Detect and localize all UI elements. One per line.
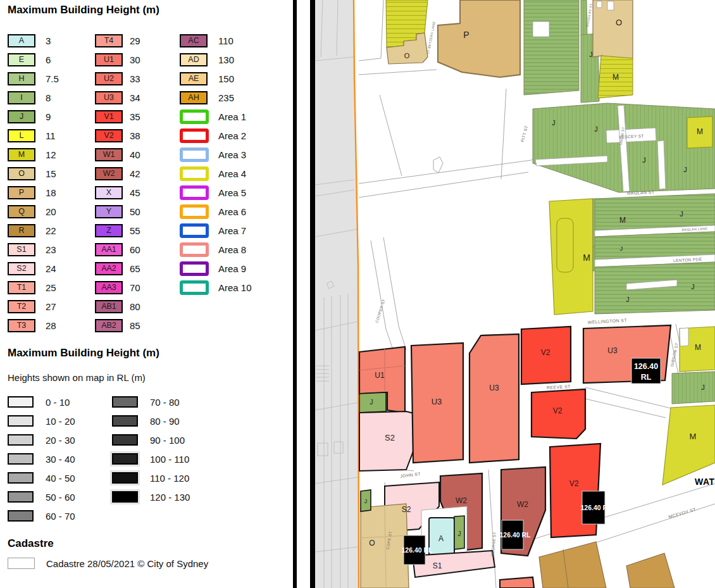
height-code-value: 15 xyxy=(46,168,56,179)
height-code-swatch: W1 xyxy=(95,148,123,161)
rl-height-text: 126.40 RL xyxy=(580,504,612,511)
area-legend-item: Area 2 xyxy=(180,126,252,145)
height-code-value: 65 xyxy=(130,263,140,274)
height-code-item: AA160 xyxy=(95,240,140,259)
map-svg[interactable]: ST BETZERS LANEDOUGLAS STPITT STUNION ST… xyxy=(310,0,715,588)
height-code-swatch: AA1 xyxy=(95,243,123,256)
height-code-swatch: V1 xyxy=(95,110,123,123)
height-code-item: T227 xyxy=(8,297,59,316)
rl-swatch xyxy=(112,491,138,503)
height-code-value: 12 xyxy=(46,149,56,160)
rl-swatch xyxy=(112,434,138,446)
zone-label: M xyxy=(695,343,701,352)
height-code-swatch: V2 xyxy=(95,129,123,142)
rl-range-item: 0 - 10 xyxy=(8,392,75,411)
area-swatch xyxy=(180,280,209,295)
area-label: Area 2 xyxy=(218,130,246,141)
height-code-swatch: M xyxy=(8,148,35,161)
area-label: Area 4 xyxy=(218,168,246,179)
zone-label: M xyxy=(690,432,697,441)
height-code-value: 235 xyxy=(218,92,234,103)
rl-range-label: 70 - 80 xyxy=(150,397,180,408)
height-code-value: 38 xyxy=(130,130,140,141)
rl-swatch xyxy=(8,396,34,408)
height-code-item: AB285 xyxy=(95,316,140,335)
zone-label: P xyxy=(463,30,469,40)
height-code-item: O15 xyxy=(8,164,59,183)
height-code-value: 3 xyxy=(46,35,51,46)
height-code-item: A3 xyxy=(8,31,59,50)
height-code-item: AA370 xyxy=(95,278,140,297)
zone-label: M xyxy=(612,73,619,82)
zone-label: S2 xyxy=(402,505,411,514)
zone-label: J xyxy=(458,530,461,537)
height-code-value: 30 xyxy=(130,54,140,65)
zone-label: J xyxy=(620,246,623,252)
height-code-item: V238 xyxy=(95,126,140,145)
height-code-item: W242 xyxy=(95,164,140,183)
height-code-item: AE150 xyxy=(180,69,252,88)
height-code-value: 130 xyxy=(218,54,234,65)
height-code-value: 27 xyxy=(46,301,56,312)
area-swatch xyxy=(180,128,209,143)
height-code-value: 80 xyxy=(130,301,140,312)
height-code-value: 55 xyxy=(130,225,140,236)
height-code-value: 28 xyxy=(46,320,56,331)
rl-section-subtitle: Heights shown on map in RL (m) xyxy=(8,372,146,383)
rl-range-label: 90 - 100 xyxy=(150,435,185,446)
zone-label: W2 xyxy=(456,496,467,505)
panel-divider xyxy=(293,0,297,588)
height-code-value: 9 xyxy=(46,111,51,122)
height-code-swatch: P xyxy=(8,186,35,199)
legend-panel: Maximum Building Height (m) A3E6H7.5I8J9… xyxy=(0,0,293,588)
zone-label: S1 xyxy=(433,561,442,570)
zone-label: V2 xyxy=(541,348,550,357)
rl-swatch xyxy=(8,415,34,427)
height-code-item: AH235 xyxy=(180,88,252,107)
height-code-value: 45 xyxy=(130,187,140,198)
height-code-item: P18 xyxy=(8,183,59,202)
height-code-item: U233 xyxy=(95,69,140,88)
height-code-item: S123 xyxy=(8,240,59,259)
height-code-swatch: E xyxy=(8,53,35,66)
rl-range-item: 10 - 20 xyxy=(8,411,75,430)
zone-label: U3 xyxy=(607,346,618,355)
height-code-swatch: T3 xyxy=(8,319,35,332)
rl-swatch xyxy=(8,510,34,522)
rl-height-text: 126.40 RL xyxy=(499,531,531,539)
height-code-item: V135 xyxy=(95,107,140,126)
map-frame-border xyxy=(310,0,315,588)
height-code-swatch: AD xyxy=(180,53,208,66)
rl-range-item: 110 - 120 xyxy=(112,468,190,487)
rl-range-item: 60 - 70 xyxy=(8,506,75,525)
height-code-item: S224 xyxy=(8,259,59,278)
area-legend-item: Area 1 xyxy=(180,107,252,126)
zone-label: V2 xyxy=(553,406,563,415)
height-code-value: 7.5 xyxy=(46,73,59,84)
rl-swatch xyxy=(8,453,34,465)
height-code-value: 20 xyxy=(46,206,56,217)
zone-label: J xyxy=(590,51,593,58)
height-code-value: 110 xyxy=(218,35,233,46)
area-legend-item: Area 4 xyxy=(180,164,252,183)
rl-range-item: 70 - 80 xyxy=(112,392,190,411)
height-code-swatch: AB1 xyxy=(95,300,123,313)
height-code-value: 29 xyxy=(130,35,140,46)
zone-label: M xyxy=(697,127,703,136)
zone-label: V2 xyxy=(569,479,579,488)
cadastre-legend-row: Cadastre 28/05/2021 © City of Sydney xyxy=(8,558,208,569)
rl-range-label: 40 - 50 xyxy=(46,473,75,484)
height-code-value: 23 xyxy=(46,244,56,255)
area-label: Area 1 xyxy=(218,111,246,122)
area-legend-item: Area 5 xyxy=(180,183,252,202)
height-code-swatch: Z xyxy=(95,224,123,237)
height-code-item: L11 xyxy=(8,126,59,145)
height-code-swatch: X xyxy=(95,186,123,199)
height-code-swatch: Y xyxy=(95,205,123,218)
map-canvas[interactable]: ST BETZERS LANEDOUGLAS STPITT STUNION ST… xyxy=(310,0,715,588)
zone-label: O xyxy=(404,52,410,59)
zone-label: M xyxy=(619,216,626,225)
rl-range-label: 120 - 130 xyxy=(150,492,190,503)
height-code-item: M12 xyxy=(8,145,59,164)
height-code-item: H7.5 xyxy=(8,69,59,88)
